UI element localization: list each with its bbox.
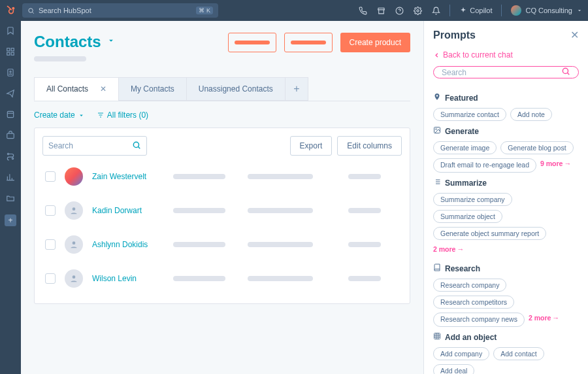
cell-placeholder bbox=[173, 242, 225, 247]
title-dropdown-icon[interactable] bbox=[106, 36, 116, 48]
notifications-icon[interactable] bbox=[431, 6, 440, 15]
back-to-chat-link[interactable]: Back to current chat bbox=[433, 50, 579, 60]
prompt-chip[interactable]: Research company bbox=[433, 279, 506, 292]
table-search[interactable]: Search bbox=[42, 136, 147, 156]
prompt-chip[interactable]: Add company bbox=[433, 347, 489, 360]
subtitle-placeholder bbox=[34, 56, 86, 61]
prompt-chip[interactable]: Add deal bbox=[433, 364, 474, 374]
copilot-label: Copilot bbox=[470, 7, 492, 14]
tab-all-contacts[interactable]: All Contacts ✕ bbox=[34, 77, 119, 101]
nav-automation-icon[interactable] bbox=[6, 152, 15, 161]
nav-commerce-icon[interactable] bbox=[6, 131, 15, 140]
contact-avatar bbox=[65, 235, 83, 254]
workspace-avatar bbox=[511, 5, 521, 16]
header-action-1[interactable] bbox=[228, 33, 276, 52]
nav-content-icon[interactable] bbox=[6, 110, 15, 119]
prompt-chip[interactable]: Summarize contact bbox=[433, 108, 506, 121]
contact-avatar bbox=[65, 167, 83, 186]
chevron-down-icon bbox=[576, 7, 583, 14]
svg-rect-8 bbox=[11, 52, 14, 55]
workspace-name: CQ Consulting bbox=[525, 7, 572, 14]
edit-columns-button[interactable]: Edit columns bbox=[337, 136, 402, 156]
contact-avatar bbox=[65, 269, 83, 288]
svg-point-16 bbox=[73, 207, 76, 211]
section-featured: Featured bbox=[433, 93, 579, 103]
nav-marketing-icon[interactable] bbox=[6, 89, 15, 98]
tab-close-icon[interactable]: ✕ bbox=[100, 84, 106, 94]
cell-placeholder bbox=[348, 242, 381, 247]
nav-reporting-icon[interactable] bbox=[6, 173, 15, 182]
filter-all[interactable]: All filters (0) bbox=[97, 110, 148, 120]
tab-add-button[interactable]: + bbox=[285, 77, 308, 101]
export-button[interactable]: Export bbox=[290, 136, 333, 156]
marketplace-icon[interactable] bbox=[376, 6, 385, 15]
more-link[interactable]: 2 more → bbox=[529, 314, 559, 322]
table-row[interactable]: Wilson Levin bbox=[42, 262, 402, 296]
svg-rect-5 bbox=[7, 48, 10, 51]
table-row[interactable]: Zain Westervelt bbox=[42, 160, 402, 194]
svg-point-1 bbox=[7, 6, 8, 7]
nav-contact-icon[interactable] bbox=[6, 68, 15, 77]
panel-search[interactable]: Search bbox=[433, 66, 579, 78]
contact-name[interactable]: Kadin Dorwart bbox=[92, 206, 164, 215]
svg-point-15 bbox=[133, 142, 139, 147]
panel-search-placeholder: Search bbox=[442, 68, 466, 77]
contact-name[interactable]: Zain Westervelt bbox=[92, 172, 164, 181]
view-tabs: All Contacts ✕ My Contacts Unassigned Co… bbox=[34, 77, 410, 101]
cell-placeholder bbox=[248, 208, 313, 213]
row-checkbox[interactable] bbox=[45, 273, 56, 284]
workspace-switcher[interactable]: CQ Consulting bbox=[511, 5, 583, 16]
prompt-chip[interactable]: Add contact bbox=[493, 347, 544, 360]
row-checkbox[interactable] bbox=[45, 205, 56, 216]
section-generate: Generate bbox=[433, 126, 579, 136]
tab-label: Unassigned Contacts bbox=[199, 84, 273, 94]
prompt-chip[interactable]: Generate blog post bbox=[500, 141, 573, 154]
pin-icon bbox=[433, 93, 441, 103]
phone-icon[interactable] bbox=[358, 6, 367, 15]
section-summarize: Summarize bbox=[433, 178, 579, 188]
cell-placeholder bbox=[348, 276, 381, 281]
global-search-placeholder: Search HubSpot bbox=[39, 7, 91, 14]
filter-create-date[interactable]: Create date bbox=[34, 110, 85, 120]
svg-rect-6 bbox=[11, 48, 14, 51]
header-action-2[interactable] bbox=[284, 33, 333, 52]
table-row[interactable]: Kadin Dorwart bbox=[42, 194, 402, 228]
divider bbox=[501, 5, 502, 16]
svg-point-0 bbox=[12, 7, 14, 10]
tab-my-contacts[interactable]: My Contacts bbox=[118, 77, 187, 101]
prompt-chip[interactable]: Draft email to re-engage lead bbox=[433, 158, 536, 173]
prompt-chip[interactable]: Research competitors bbox=[433, 296, 514, 309]
help-icon[interactable] bbox=[395, 6, 404, 15]
copilot-button[interactable]: Copilot bbox=[459, 7, 492, 14]
contact-name[interactable]: Wilson Levin bbox=[92, 274, 164, 283]
page-title: Contacts bbox=[34, 33, 101, 51]
nav-grid-icon[interactable] bbox=[6, 47, 15, 56]
nav-library-icon[interactable] bbox=[6, 194, 15, 203]
settings-icon[interactable] bbox=[413, 6, 422, 15]
create-product-button[interactable]: Create product bbox=[340, 33, 410, 52]
nav-bookmark-icon[interactable] bbox=[6, 26, 15, 35]
global-search[interactable]: Search HubSpot ⌘ K bbox=[22, 3, 218, 18]
prompt-chip[interactable]: Summarize object bbox=[433, 210, 502, 223]
row-checkbox[interactable] bbox=[45, 239, 56, 250]
more-link[interactable]: 9 more → bbox=[540, 160, 571, 167]
contact-avatar bbox=[65, 201, 83, 220]
panel-close-icon[interactable]: ✕ bbox=[570, 29, 579, 41]
table-row[interactable]: Ashlynn Dokidis bbox=[42, 228, 402, 262]
prompt-chip[interactable]: Generate object summary report bbox=[433, 227, 546, 240]
prompt-chip[interactable]: Generate image bbox=[433, 141, 497, 154]
contact-name[interactable]: Ashlynn Dokidis bbox=[92, 240, 164, 249]
more-link[interactable]: 2 more → bbox=[433, 245, 464, 253]
row-checkbox[interactable] bbox=[45, 171, 56, 182]
search-shortcut: ⌘ K bbox=[196, 7, 213, 14]
prompt-chip[interactable]: Summarize company bbox=[433, 193, 512, 206]
topbar-actions: Copilot CQ Consulting bbox=[358, 5, 583, 16]
grid-icon bbox=[433, 332, 441, 342]
nav-add-button[interactable]: + bbox=[5, 214, 16, 226]
prompt-chip[interactable]: Research company news bbox=[433, 313, 525, 327]
search-icon bbox=[561, 67, 570, 78]
cell-placeholder bbox=[348, 208, 381, 213]
tab-unassigned-contacts[interactable]: Unassigned Contacts bbox=[186, 77, 286, 101]
table-search-placeholder: Search bbox=[48, 141, 73, 150]
prompt-chip[interactable]: Add note bbox=[510, 108, 552, 121]
